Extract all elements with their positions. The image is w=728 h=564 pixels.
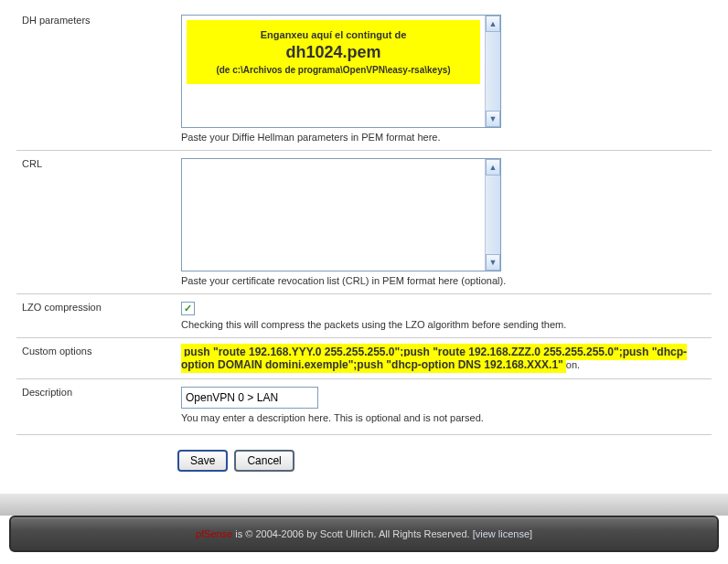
button-row: Save Cancel [16,435,712,481]
scroll-down-icon[interactable]: ▼ [486,254,500,271]
label-crl: CRL [16,156,181,288]
dh-instruction-path: (de c:\Archivos de programa\OpenVPN\easy… [192,65,475,75]
cancel-button[interactable]: Cancel [234,450,294,472]
view-license-link[interactable]: view license [476,528,530,539]
footer-text2: ] [530,528,532,539]
field-description: You may enter a description here. This i… [181,385,712,425]
label-dh-parameters: DH parameters [16,13,181,144]
scroll-down-icon[interactable]: ▼ [486,111,500,127]
dh-textarea[interactable]: Enganxeu aquí el contingut de dh1024.pem… [181,15,501,128]
scroll-up-icon[interactable]: ▲ [486,16,500,32]
dh-instruction-line1: Enganxeu aquí el contingut de [192,29,475,40]
row-custom-options: Custom options push "route 192.168.YYY.0… [16,337,712,378]
field-lzo: ✓ Checking this will compress the packet… [181,300,712,332]
custom-options-trail: on. [566,359,580,370]
help-lzo: Checking this will compress the packets … [181,319,708,330]
label-custom-options: Custom options [16,344,181,373]
footer-text1: is © 2004-2006 by Scott Ullrich. All Rig… [232,528,476,539]
dh-instruction-box: Enganxeu aquí el contingut de dh1024.pem… [187,20,480,84]
footer-brand: pfSense [196,528,232,539]
field-custom-options: push "route 192.168.YYY.0 255.255.255.0"… [181,344,712,373]
row-dh-parameters: DH parameters Enganxeu aquí el contingut… [16,7,712,150]
form-area: DH parameters Enganxeu aquí el contingut… [0,0,728,494]
description-input[interactable] [181,387,318,409]
scroll-up-icon[interactable]: ▲ [486,159,500,176]
footer: pfSense is © 2004-2006 by Scott Ullrich.… [9,516,719,552]
help-crl: Paste your certificate revocation list (… [181,275,708,286]
label-lzo: LZO compression [16,300,181,332]
crl-scrollbar[interactable]: ▲ ▼ [485,159,500,271]
row-crl: CRL ▲ ▼ Paste your certificate revocatio… [16,150,712,293]
crl-textarea-content [182,159,485,271]
dh-instruction-filename: dh1024.pem [192,43,475,62]
help-description: You may enter a description here. This i… [181,412,708,423]
field-crl: ▲ ▼ Paste your certificate revocation li… [181,156,712,288]
lzo-checkbox[interactable]: ✓ [181,302,195,315]
field-dh-parameters: Enganxeu aquí el contingut de dh1024.pem… [181,13,712,144]
content-shadow [0,494,728,516]
crl-textarea[interactable]: ▲ ▼ [181,158,501,271]
row-description: Description You may enter a description … [16,378,712,431]
row-lzo: LZO compression ✓ Checking this will com… [16,293,712,337]
save-button[interactable]: Save [177,450,228,472]
label-description: Description [16,385,181,425]
dh-scrollbar[interactable]: ▲ ▼ [485,16,500,127]
custom-options-value: push "route 192.168.YYY.0 255.255.255.0"… [181,344,687,373]
help-dh-parameters: Paste your Diffie Hellman parameters in … [181,132,708,143]
dh-textarea-content: Enganxeu aquí el contingut de dh1024.pem… [182,16,485,127]
